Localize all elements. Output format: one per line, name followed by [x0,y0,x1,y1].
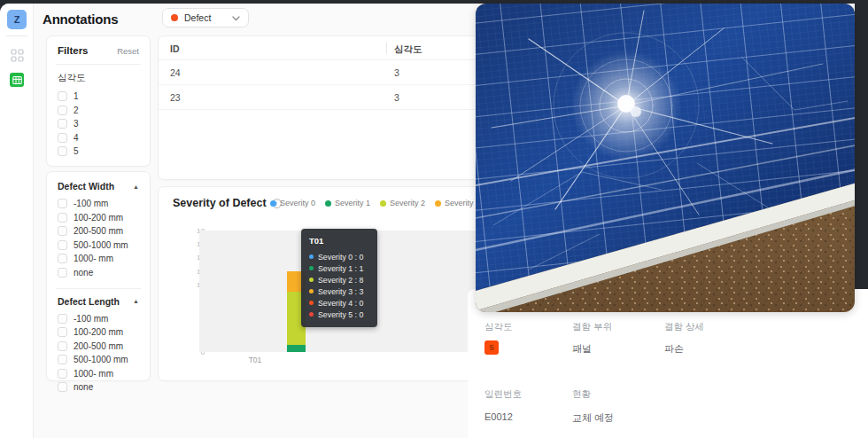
collapse-caret-icon[interactable]: ▲ [133,298,139,304]
checkbox[interactable] [58,355,67,364]
dashboard-grid-icon[interactable] [10,48,24,62]
page-title: Annotations [43,12,118,27]
tooltip-text: Severity 5 : 0 [318,310,363,319]
checkbox-label: none [74,382,93,392]
filter-option[interactable]: -100 mm [58,314,139,324]
detail-field-label: 결함 상세 [664,321,704,333]
filter-option[interactable]: 1000- mm [58,369,139,379]
checkbox[interactable] [58,369,67,379]
filter-option[interactable]: 100-200 mm [58,327,139,337]
defect-type-dot [171,14,178,21]
checkbox-label: none [74,268,93,278]
chart-title: Severity of Defect [173,197,267,209]
filter-option[interactable]: 2 [58,106,139,115]
checkbox[interactable] [58,327,67,337]
tooltip-entry: Severity 3 : 3 [309,285,369,297]
col-header-severity: 심각도 [394,43,422,56]
tooltip-dot-icon [309,254,314,259]
filter-option[interactable]: 100-200 mm [58,213,139,223]
tooltip-entry: Severity 4 : 0 [309,297,369,309]
checkbox[interactable] [58,268,67,278]
screen: Z Annotations [0,0,868,438]
checkbox-label: 4 [74,133,79,143]
filter-option[interactable]: 3 [58,119,139,129]
checkbox[interactable] [58,133,67,143]
legend-dot-icon [380,200,386,207]
tooltip-dot-icon [309,312,314,317]
filter-option[interactable]: 500-1000 mm [58,355,139,364]
x-axis-label: T01 [221,356,289,364]
tooltip-dot-icon [309,278,314,282]
checkbox[interactable] [58,106,67,115]
cell-severity: 3 [394,92,399,103]
left-rail: Z [0,4,34,438]
filter-option[interactable]: 4 [58,133,139,143]
detail-field-label: 일련번호 [484,388,522,401]
checkbox-label: 200-500 mm [74,341,123,351]
divider [56,64,141,65]
tooltip-text: Severity 1 : 1 [318,264,363,273]
tooltip-text: Severity 4 : 0 [318,299,363,308]
detail-field-label: 심각도 [484,321,513,333]
checkbox[interactable] [58,91,67,101]
tooltip-text: Severity 0 : 0 [318,253,363,262]
dropdown-selected-value: Defect [184,12,211,23]
annotation-type-dropdown[interactable]: Defect [162,8,249,27]
filter-option[interactable]: -100 mm [58,199,139,208]
chevron-down-icon [232,16,240,21]
checkbox[interactable] [58,341,67,351]
legend-item[interactable]: Severity 2 [380,199,425,207]
filter-option[interactable]: 1 [58,91,139,101]
checkbox[interactable] [58,314,67,324]
rail-divider [6,35,27,36]
checkbox-label: 100-200 mm [74,213,123,223]
cell-severity: 3 [394,67,399,78]
column-separator [386,43,387,54]
collapse-caret-icon[interactable]: ▲ [133,184,139,190]
defect-width-options: -100 mm100-200 mm200-500 mm500-1000 mm10… [58,199,139,278]
legend-item[interactable]: Severity 0 [270,199,315,207]
filter-option[interactable]: 200-500 mm [58,226,139,236]
filter-option[interactable]: 500-1000 mm [58,240,139,250]
app-logo[interactable]: Z [7,10,27,29]
filter-option[interactable]: 200-500 mm [58,341,139,351]
tooltip-entry: Severity 0 : 0 [309,251,369,262]
tooltip-dot-icon [309,266,314,270]
filter-option[interactable]: 5 [58,146,139,156]
legend-item[interactable]: Severity 1 [325,199,370,207]
checkbox-label: 3 [74,119,79,129]
tooltip-entry: Severity 5 : 0 [309,309,369,320]
bar-segment-severity-1 [287,345,306,352]
filter-option[interactable]: 1000- mm [58,254,139,263]
tooltip-text: Severity 2 : 8 [318,276,363,285]
broken-solar-panel-image [476,4,855,312]
tooltip-entry: Severity 2 : 8 [309,274,369,285]
annotations-table-icon[interactable] [10,73,24,87]
tooltip-dot-icon [309,301,314,305]
legend-dot-icon [435,200,441,207]
checkbox[interactable] [58,240,67,250]
filter-option[interactable]: none [58,382,139,392]
detail-field-value: 패널 [572,342,592,356]
legend-item[interactable]: Severity 3 [435,199,480,207]
checkbox-label: 500-1000 mm [74,240,128,250]
checkbox-label: 1 [74,91,79,101]
cell-id: 23 [170,92,181,103]
filters-panel: Filters Reset 심각도 12345 [46,35,151,167]
checkbox[interactable] [58,213,67,223]
checkbox-label: 5 [74,146,79,156]
checkbox[interactable] [58,199,67,208]
checkbox[interactable] [58,254,67,263]
tooltip-title: T01 [309,236,369,246]
checkbox[interactable] [58,146,67,156]
checkbox-label: 1000- mm [74,254,113,263]
checkbox[interactable] [58,382,67,392]
legend-dot-icon [325,200,331,207]
col-header-id: ID [170,43,180,54]
filters-reset-button[interactable]: Reset [117,46,139,56]
detail-field-value: 파손 [664,342,684,356]
tooltip-dot-icon [309,289,314,293]
filter-option[interactable]: none [58,268,139,278]
checkbox[interactable] [58,226,67,236]
checkbox[interactable] [58,119,67,129]
